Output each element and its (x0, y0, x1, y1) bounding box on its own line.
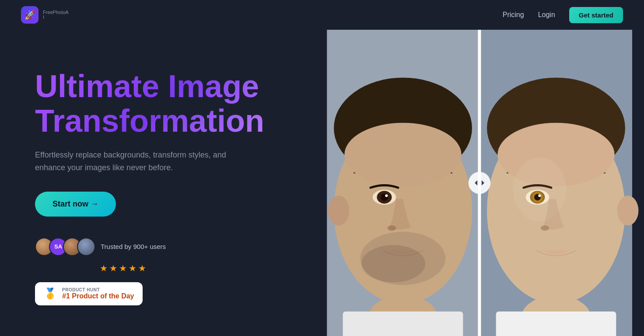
hero-title: Ultimate Image Transformation (35, 69, 289, 138)
stars-row: ★ ★ ★ ★ ★ (100, 263, 289, 273)
svg-point-12 (361, 245, 425, 282)
ph-label-small: PRODUCT HUNT (62, 287, 134, 292)
brand-name: FreePhotoA I (43, 10, 69, 20)
svg-point-9 (385, 194, 388, 197)
main-nav: Pricing Login Get started (503, 7, 623, 23)
svg-point-13 (328, 196, 350, 225)
right-panel (315, 30, 644, 336)
get-started-button[interactable]: Get started (569, 7, 623, 23)
avatar-user-4 (77, 238, 95, 256)
nav-login-link[interactable]: Login (538, 11, 555, 19)
start-now-button[interactable]: Start now → (35, 192, 116, 217)
logo-icon: 🚀 (21, 6, 38, 24)
svg-point-29 (513, 158, 567, 221)
social-proof: SA Trusted by 900+ users ★ ★ ★ ★ ★ (35, 238, 289, 305)
svg-point-31 (469, 172, 490, 194)
main-content: Ultimate Image Transformation Effortless… (0, 30, 644, 336)
avatars-row: SA Trusted by 900+ users (35, 238, 289, 256)
brand-name-text: FreePhotoA I (43, 10, 69, 20)
comparison-image (315, 30, 644, 336)
trust-text: Trusted by 900+ users (101, 243, 166, 250)
star-5: ★ (138, 263, 146, 273)
product-hunt-badge: 🥇 PRODUCT HUNT #1 Product of the Day (35, 282, 143, 305)
svg-point-27 (541, 225, 549, 231)
svg-point-28 (617, 196, 639, 225)
star-2: ★ (109, 263, 117, 273)
header: 🚀 FreePhotoA I Pricing Login Get started (0, 0, 644, 30)
hero-subtitle: Effortlessly replace backgrounds, transf… (35, 149, 236, 174)
star-1: ★ (100, 263, 108, 273)
svg-rect-30 (496, 312, 616, 336)
medal-icon: 🥇 (44, 287, 57, 300)
face-comparison-svg (315, 30, 644, 336)
svg-rect-14 (343, 312, 463, 336)
avatar-stack: SA (35, 238, 95, 256)
star-4: ★ (129, 263, 136, 273)
star-3: ★ (119, 263, 127, 273)
svg-point-5 (344, 123, 461, 187)
svg-point-10 (388, 225, 396, 231)
logo-area: 🚀 FreePhotoA I (21, 6, 69, 24)
ph-label-main: #1 Product of the Day (62, 292, 134, 300)
ph-text-block: PRODUCT HUNT #1 Product of the Day (62, 287, 134, 300)
left-panel: Ultimate Image Transformation Effortless… (0, 30, 315, 336)
nav-pricing-link[interactable]: Pricing (503, 11, 524, 19)
